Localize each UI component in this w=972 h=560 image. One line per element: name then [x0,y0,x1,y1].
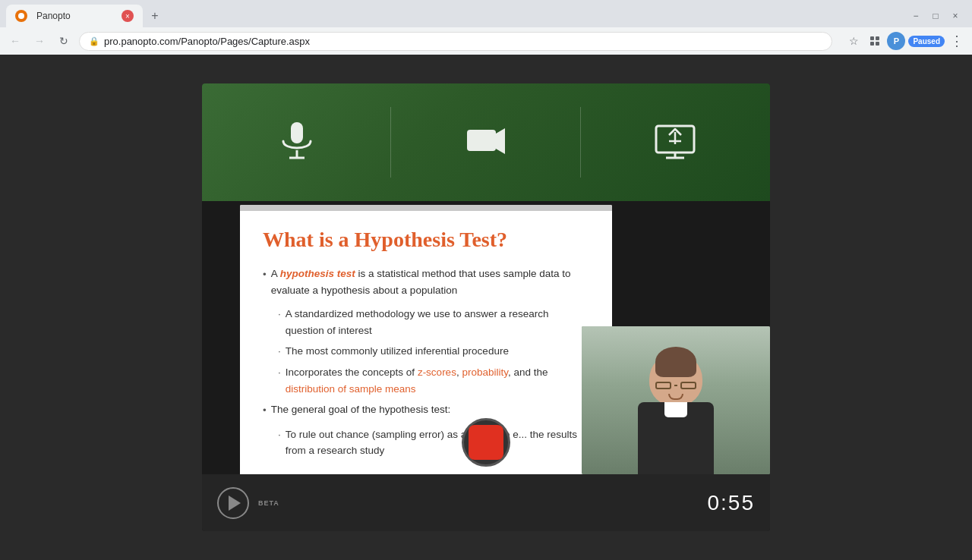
svg-rect-3 [870,42,874,46]
sub-bullet-1-text: A standardized methodology we use to ans… [286,306,589,338]
bullet-1: • A hypothesis test is a statistical met… [263,266,589,298]
svg-rect-4 [876,42,879,46]
bullet-1-text: A hypothesis test is a statistical metho… [271,266,589,298]
webcam-overlay [582,326,770,474]
svg-marker-9 [496,128,505,154]
sub-dot-3: · [278,364,281,397]
new-tab-button[interactable]: + [146,7,164,25]
user-avatar: P [887,32,905,50]
record-stop-button[interactable] [469,425,503,460]
lock-icon: 🔒 [89,36,99,46]
sub-bullet-4: · To rule out chance (sampling error) as… [278,426,589,459]
slide-area: What is a Hypothesis Test? • A hypothesi… [240,205,612,474]
probability-link[interactable]: probability [462,367,508,378]
panopto-content: What is a Hypothesis Test? • A hypothesi… [202,201,770,474]
record-ring[interactable] [462,418,510,467]
mic-section[interactable] [202,83,391,201]
hypothesis-test-highlight: hypothesis test [280,268,355,279]
person-hair [655,347,696,377]
sub-dot-1: · [278,306,281,338]
screen-share-icon [652,118,698,167]
z-scores-link[interactable]: z-scores [418,367,456,378]
url-bar[interactable]: 🔒 pro.panopto.com/Panopto/Pages/Capture.… [79,32,832,51]
slide-body: • A hypothesis test is a statistical met… [263,266,589,459]
tab-title: Panopto [36,11,117,21]
svg-rect-1 [870,36,874,40]
person-head [649,353,702,406]
glass-left [655,382,671,389]
sub-bullet-2: · The most commonly utilized inferential… [278,343,589,360]
close-button[interactable]: × [948,8,963,24]
sub-bullets-group-1: · A standardized methodology we use to a… [278,306,589,397]
panopto-container: What is a Hypothesis Test? • A hypothesi… [202,83,770,531]
svg-rect-8 [467,130,496,151]
person-body [608,353,744,474]
sub-dot-4: · [278,426,281,459]
paused-badge: Paused [908,36,945,47]
slide-gray-bar [240,205,612,211]
slide-title: What is a Hypothesis Test? [263,228,589,252]
sub-bullet-1: · A standardized methodology we use to a… [278,306,589,338]
panopto-bottom: BETA 0:55 [202,474,770,531]
refresh-button[interactable]: ↻ [55,32,73,50]
address-bar: ← → ↻ 🔒 pro.panopto.com/Panopto/Pages/Ca… [0,27,972,55]
tab-bar: Panopto × + − □ × [0,0,972,27]
browser-chrome: Panopto × + − □ × ← → ↻ 🔒 pro.panopto.co… [0,0,972,55]
person-silhouette [582,326,770,474]
panopto-toolbar [202,83,770,201]
forward-button[interactable]: → [30,32,49,50]
sub-dot-2: · [278,343,281,360]
bullet-dot-2: • [263,402,267,419]
main-content: What is a Hypothesis Test? • A hypothesi… [0,55,972,560]
record-button-container [462,418,510,467]
sub-bullet-3-text: Incorporates the concepts of z-scores, p… [286,364,589,397]
back-button[interactable]: ← [6,32,24,50]
smile [668,394,683,400]
sub-bullet-4-text: To rule out chance (sampling error) as a… [286,426,589,459]
panopto-logo: BETA [217,487,279,519]
screen-share-section[interactable] [581,83,770,201]
svg-point-0 [18,13,24,19]
distribution-link[interactable]: distribution of sample means [286,383,416,395]
panopto-logo-shape [217,487,249,519]
person-torso [638,402,714,474]
panopto-play-icon [229,496,241,511]
more-options-button[interactable]: ⋮ [948,32,966,50]
glasses [655,382,696,389]
tab-favicon [15,10,27,22]
browser-toolbar-right: ☆ P Paused ⋮ [844,32,966,50]
glass-bridge [674,385,677,386]
sub-bullet-2-text: The most commonly utilized inferential p… [286,343,509,360]
mic-icon [274,118,320,167]
minimize-button[interactable]: − [908,8,923,24]
glass-right [680,382,696,389]
bookmark-icon[interactable]: ☆ [844,32,863,50]
url-text: pro.panopto.com/Panopto/Pages/Capture.as… [104,36,310,47]
tab-close-button[interactable]: × [122,10,134,22]
profile-icon[interactable]: P [887,32,905,50]
active-tab[interactable]: Panopto × [6,5,143,27]
svg-rect-2 [876,36,879,40]
timer-display: 0:55 [708,491,756,515]
beta-label: BETA [258,499,279,507]
extension-icon[interactable] [866,32,884,50]
sub-bullets-group-2: · To rule out chance (sampling error) as… [278,426,589,459]
camera-section[interactable] [391,83,580,201]
svg-rect-5 [291,122,303,143]
bullet-2-text: The general goal of the hypothesis test: [271,401,450,419]
maximize-button[interactable]: □ [928,8,943,24]
bullet-dot-1: • [263,266,267,298]
person-collar [664,402,687,417]
camera-icon [463,118,509,167]
sub-bullet-3: · Incorporates the concepts of z-scores,… [278,364,589,397]
bullet-2: • The general goal of the hypothesis tes… [263,401,589,419]
